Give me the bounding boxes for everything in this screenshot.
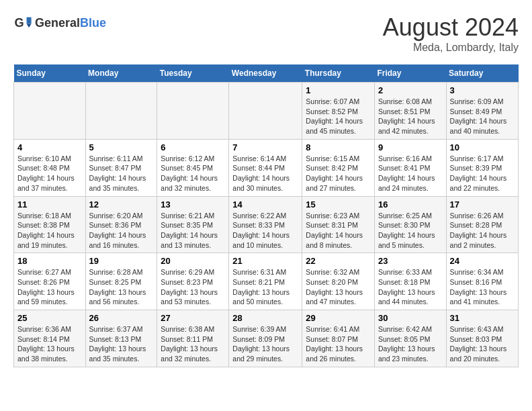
calendar-cell: 3Sunrise: 6:09 AM Sunset: 8:49 PM Daylig…: [446, 83, 518, 140]
svg-text:G: G: [14, 16, 24, 30]
weekday-header-monday: Monday: [85, 64, 157, 83]
day-number: 15: [306, 199, 371, 210]
calendar-cell: 20Sunrise: 6:29 AM Sunset: 8:23 PM Dayli…: [157, 253, 229, 310]
day-info: Sunrise: 6:11 AM Sunset: 8:47 PM Dayligh…: [89, 154, 154, 193]
calendar-cell: 16Sunrise: 6:25 AM Sunset: 8:30 PM Dayli…: [374, 196, 446, 253]
day-info: Sunrise: 6:33 AM Sunset: 8:18 PM Dayligh…: [378, 267, 443, 307]
subtitle: Meda, Lombardy, Italy: [383, 42, 519, 54]
calendar-cell: [157, 83, 229, 140]
calendar-cell: 17Sunrise: 6:26 AM Sunset: 8:28 PM Dayli…: [446, 196, 518, 253]
weekday-header-sunday: Sunday: [14, 64, 86, 83]
day-number: 27: [161, 313, 225, 323]
day-number: 23: [378, 256, 443, 266]
day-number: 24: [450, 256, 515, 266]
calendar-cell: 15Sunrise: 6:23 AM Sunset: 8:31 PM Dayli…: [302, 196, 375, 253]
calendar-cell: 4Sunrise: 6:10 AM Sunset: 8:48 PM Daylig…: [14, 139, 86, 196]
calendar-week-5: 25Sunrise: 6:36 AM Sunset: 8:14 PM Dayli…: [14, 310, 519, 367]
day-number: 12: [89, 199, 154, 210]
day-info: Sunrise: 6:37 AM Sunset: 8:13 PM Dayligh…: [89, 324, 154, 364]
calendar-cell: 24Sunrise: 6:34 AM Sunset: 8:16 PM Dayli…: [446, 253, 518, 310]
day-info: Sunrise: 6:10 AM Sunset: 8:48 PM Dayligh…: [17, 154, 82, 193]
svg-marker-1: [27, 17, 32, 24]
day-number: 14: [232, 199, 298, 210]
day-info: Sunrise: 6:32 AM Sunset: 8:20 PM Dayligh…: [306, 267, 371, 307]
weekday-header-thursday: Thursday: [302, 64, 375, 83]
logo: G GeneralBlue: [13, 13, 106, 32]
day-number: 9: [378, 142, 443, 152]
day-info: Sunrise: 6:17 AM Sunset: 8:39 PM Dayligh…: [450, 154, 515, 193]
calendar-table: SundayMondayTuesdayWednesdayThursdayFrid…: [13, 64, 519, 367]
calendar-cell: 19Sunrise: 6:28 AM Sunset: 8:25 PM Dayli…: [85, 253, 157, 310]
day-number: 28: [232, 313, 298, 323]
day-info: Sunrise: 6:12 AM Sunset: 8:45 PM Dayligh…: [161, 154, 225, 193]
day-info: Sunrise: 6:29 AM Sunset: 8:23 PM Dayligh…: [161, 267, 225, 307]
svg-marker-2: [27, 24, 32, 28]
calendar-cell: 9Sunrise: 6:16 AM Sunset: 8:41 PM Daylig…: [374, 139, 446, 196]
day-info: Sunrise: 6:21 AM Sunset: 8:35 PM Dayligh…: [161, 211, 225, 250]
weekday-header-tuesday: Tuesday: [157, 64, 229, 83]
calendar-cell: 2Sunrise: 6:08 AM Sunset: 8:51 PM Daylig…: [374, 83, 446, 140]
calendar-cell: 31Sunrise: 6:43 AM Sunset: 8:03 PM Dayli…: [446, 310, 518, 367]
day-info: Sunrise: 6:20 AM Sunset: 8:36 PM Dayligh…: [89, 211, 154, 250]
calendar-cell: 25Sunrise: 6:36 AM Sunset: 8:14 PM Dayli…: [14, 310, 86, 367]
calendar-cell: 8Sunrise: 6:15 AM Sunset: 8:42 PM Daylig…: [302, 139, 375, 196]
title-area: August 2024 Meda, Lombardy, Italy: [383, 13, 519, 54]
calendar-cell: 11Sunrise: 6:18 AM Sunset: 8:38 PM Dayli…: [14, 196, 86, 253]
calendar-week-1: 1Sunrise: 6:07 AM Sunset: 8:52 PM Daylig…: [14, 83, 519, 140]
calendar-cell: 27Sunrise: 6:38 AM Sunset: 8:11 PM Dayli…: [157, 310, 229, 367]
page-header: G GeneralBlue August 2024 Meda, Lombardy…: [13, 13, 519, 54]
calendar-cell: [14, 83, 86, 140]
logo-text-blue: Blue: [80, 16, 106, 30]
day-number: 5: [89, 142, 154, 152]
day-number: 18: [17, 256, 82, 266]
calendar-cell: 23Sunrise: 6:33 AM Sunset: 8:18 PM Dayli…: [374, 253, 446, 310]
logo-icon: G: [13, 13, 32, 32]
calendar-cell: [85, 83, 157, 140]
day-info: Sunrise: 6:26 AM Sunset: 8:28 PM Dayligh…: [450, 211, 515, 250]
day-info: Sunrise: 6:34 AM Sunset: 8:16 PM Dayligh…: [450, 267, 515, 307]
day-info: Sunrise: 6:23 AM Sunset: 8:31 PM Dayligh…: [306, 211, 371, 250]
day-info: Sunrise: 6:27 AM Sunset: 8:26 PM Dayligh…: [17, 267, 82, 307]
weekday-header-friday: Friday: [374, 64, 446, 83]
calendar-cell: 26Sunrise: 6:37 AM Sunset: 8:13 PM Dayli…: [85, 310, 157, 367]
day-info: Sunrise: 6:28 AM Sunset: 8:25 PM Dayligh…: [89, 267, 154, 307]
day-info: Sunrise: 6:36 AM Sunset: 8:14 PM Dayligh…: [17, 324, 82, 364]
calendar-cell: 28Sunrise: 6:39 AM Sunset: 8:09 PM Dayli…: [229, 310, 302, 367]
weekday-header-saturday: Saturday: [446, 64, 518, 83]
calendar-cell: 10Sunrise: 6:17 AM Sunset: 8:39 PM Dayli…: [446, 139, 518, 196]
calendar-cell: 30Sunrise: 6:42 AM Sunset: 8:05 PM Dayli…: [374, 310, 446, 367]
day-info: Sunrise: 6:14 AM Sunset: 8:44 PM Dayligh…: [232, 154, 298, 193]
day-number: 10: [450, 142, 515, 152]
calendar-week-4: 18Sunrise: 6:27 AM Sunset: 8:26 PM Dayli…: [14, 253, 519, 310]
weekday-header-wednesday: Wednesday: [229, 64, 302, 83]
calendar-cell: 5Sunrise: 6:11 AM Sunset: 8:47 PM Daylig…: [85, 139, 157, 196]
calendar-week-2: 4Sunrise: 6:10 AM Sunset: 8:48 PM Daylig…: [14, 139, 519, 196]
calendar-cell: 12Sunrise: 6:20 AM Sunset: 8:36 PM Dayli…: [85, 196, 157, 253]
day-number: 25: [17, 313, 82, 323]
day-info: Sunrise: 6:15 AM Sunset: 8:42 PM Dayligh…: [306, 154, 371, 193]
day-number: 11: [17, 199, 82, 210]
day-number: 26: [89, 313, 154, 323]
calendar-cell: 21Sunrise: 6:31 AM Sunset: 8:21 PM Dayli…: [229, 253, 302, 310]
calendar-cell: 22Sunrise: 6:32 AM Sunset: 8:20 PM Dayli…: [302, 253, 375, 310]
day-info: Sunrise: 6:25 AM Sunset: 8:30 PM Dayligh…: [378, 211, 443, 250]
logo-text-general: General: [35, 16, 80, 30]
day-info: Sunrise: 6:16 AM Sunset: 8:41 PM Dayligh…: [378, 154, 443, 193]
calendar-cell: 14Sunrise: 6:22 AM Sunset: 8:33 PM Dayli…: [229, 196, 302, 253]
day-number: 30: [378, 313, 443, 323]
day-number: 31: [450, 313, 515, 323]
day-info: Sunrise: 6:07 AM Sunset: 8:52 PM Dayligh…: [306, 97, 371, 136]
day-info: Sunrise: 6:39 AM Sunset: 8:09 PM Dayligh…: [232, 324, 298, 364]
day-number: 19: [89, 256, 154, 266]
calendar-cell: 7Sunrise: 6:14 AM Sunset: 8:44 PM Daylig…: [229, 139, 302, 196]
main-title: August 2024: [383, 13, 519, 42]
day-number: 29: [306, 313, 371, 323]
calendar-cell: 29Sunrise: 6:41 AM Sunset: 8:07 PM Dayli…: [302, 310, 375, 367]
calendar-cell: 18Sunrise: 6:27 AM Sunset: 8:26 PM Dayli…: [14, 253, 86, 310]
day-number: 22: [306, 256, 371, 266]
calendar-cell: [229, 83, 302, 140]
calendar-week-3: 11Sunrise: 6:18 AM Sunset: 8:38 PM Dayli…: [14, 196, 519, 253]
day-number: 20: [161, 256, 225, 266]
day-number: 7: [232, 142, 298, 152]
day-number: 13: [161, 199, 225, 210]
